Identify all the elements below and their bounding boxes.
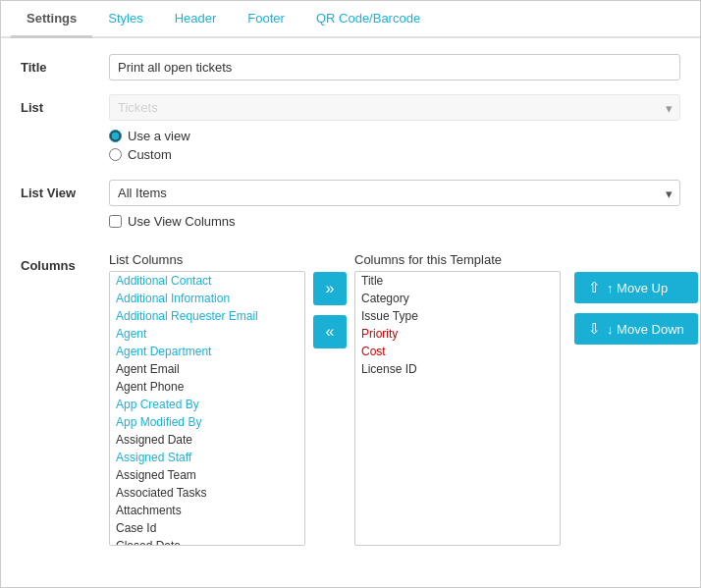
move-down-label: ↓ Move Down [607,322,684,337]
radio-use-view[interactable] [109,130,122,142]
list-columns-wrap: List Columns Additional Contact Addition… [109,252,305,546]
tab-settings[interactable]: Settings [11,1,92,38]
move-up-icon: ⇧ [588,279,601,296]
move-down-button[interactable]: ⇩ ↓ Move Down [574,313,698,345]
template-columns-select[interactable]: Title Category Issue Type Priority Cost … [354,271,561,546]
use-view-columns-label: Use View Columns [128,214,236,229]
list-row: List Tickets Use a view Custom [21,94,680,166]
move-back-button[interactable]: « [313,315,347,348]
move-forward-button[interactable]: » [313,272,347,305]
list-view-select-wrapper: All Items [109,180,680,206]
radio-custom[interactable] [109,148,122,161]
settings-content: Title Print all open tickets List Ticket… [1,38,700,575]
radio-custom-label: Custom [128,147,172,162]
radio-group: Use a view Custom [109,129,680,162]
use-view-columns-row: Use View Columns [109,214,680,229]
list-select-wrapper: Tickets [109,94,680,121]
move-up-label: ↑ Move Up [607,281,668,295]
list-label: List [21,94,109,115]
move-up-button[interactable]: ⇧ ↑ Move Up [574,272,698,303]
list-view-label: List View [21,180,109,200]
columns-label: Columns [21,252,109,273]
title-row: Title Print all open tickets [21,54,680,80]
title-label: Title [21,54,109,75]
list-select: Tickets [109,94,680,121]
radio-custom-row: Custom [109,147,680,162]
template-columns-wrap: Columns for this Template Title Category… [354,252,561,546]
app-container: Settings Styles Header Footer QR Code/Ba… [0,0,701,588]
list-columns-select[interactable]: Additional Contact Additional Informatio… [109,271,305,546]
move-up-down-buttons: ⇧ ↑ Move Up ⇩ ↓ Move Down [574,252,698,345]
columns-body: List Columns Additional Contact Addition… [109,252,698,546]
list-select-wrap: Tickets Use a view Custom [109,94,680,166]
list-view-row: List View All Items Use View Columns [21,180,680,239]
arrow-buttons: » « [313,252,347,348]
template-columns-label: Columns for this Template [354,252,561,267]
tab-styles[interactable]: Styles [92,1,158,38]
list-view-select-wrap: All Items Use View Columns [109,180,680,239]
tab-footer[interactable]: Footer [232,1,300,38]
tab-bar: Settings Styles Header Footer QR Code/Ba… [1,1,700,38]
title-input-wrap: Print all open tickets [109,54,680,80]
radio-use-view-label: Use a view [128,129,190,143]
use-view-columns-checkbox[interactable] [109,215,122,228]
tab-qrcode[interactable]: QR Code/Barcode [300,1,436,38]
tab-header[interactable]: Header [159,1,233,38]
columns-section: Columns List Columns Additional Contact … [21,252,680,546]
radio-use-view-row: Use a view [109,129,680,143]
move-down-icon: ⇩ [588,320,601,338]
title-input[interactable]: Print all open tickets [109,54,680,80]
list-view-select[interactable]: All Items [109,180,680,206]
list-columns-label: List Columns [109,252,305,267]
